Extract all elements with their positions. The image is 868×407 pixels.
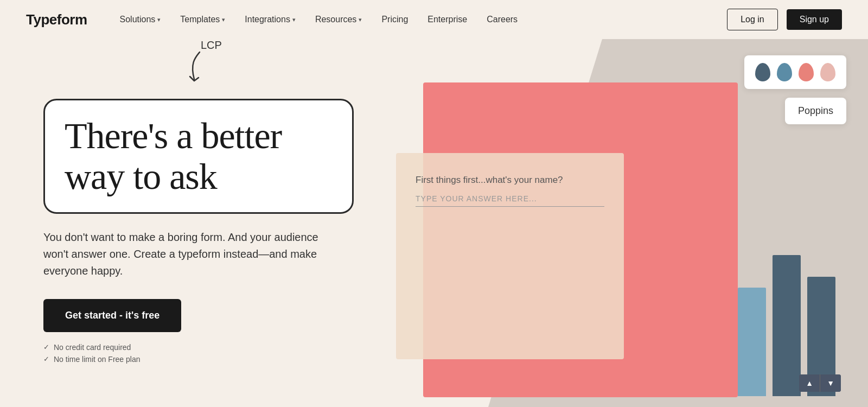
bar-1 — [738, 288, 766, 396]
nav-item-resources[interactable]: Resources ▾ — [315, 15, 362, 24]
chevron-down-icon: ▾ — [222, 16, 225, 23]
color-picker-panel[interactable] — [744, 55, 846, 89]
lcp-arrow-icon — [184, 49, 206, 82]
navbar: Typeform Solutions ▾ Templates ▾ Integra… — [0, 0, 868, 39]
nav-label-resources: Resources — [315, 15, 356, 24]
chevron-down-icon: ▾ — [157, 16, 161, 23]
trust-item-label: No time limit on Free plan — [54, 355, 141, 364]
hero-subheadline: You don't want to make a boring form. An… — [43, 229, 326, 279]
headline-box: There's a better way to ask — [43, 99, 354, 214]
color-swatch-medium-blue[interactable] — [777, 63, 792, 81]
trust-item-label: No credit card required — [54, 343, 131, 352]
nav-links: Solutions ▾ Templates ▾ Integrations ▾ R… — [120, 15, 727, 24]
checkmark-icon: ✓ — [43, 355, 49, 363]
form-question-text: First things first...what's your name? — [416, 175, 604, 186]
nav-label-pricing: Pricing — [381, 15, 408, 24]
nav-item-careers[interactable]: Careers — [487, 15, 518, 24]
checkmark-icon: ✓ — [43, 343, 49, 351]
nav-label-careers: Careers — [487, 15, 518, 24]
bar-chart — [738, 233, 846, 396]
hero-left: LCP There's a better way to ask You don'… — [0, 39, 380, 407]
trust-items: ✓ No credit card required ✓ No time limi… — [43, 343, 354, 364]
nav-label-solutions: Solutions — [120, 15, 156, 24]
cta-button[interactable]: Get started - it's free — [43, 299, 181, 332]
trust-item: ✓ No time limit on Free plan — [43, 355, 354, 364]
chevron-down-icon: ▾ — [359, 16, 362, 23]
nav-label-enterprise: Enterprise — [427, 15, 467, 24]
color-swatch-dark-blue[interactable] — [755, 63, 770, 81]
form-preview-card: First things first...what's your name? T… — [396, 153, 624, 359]
nav-item-pricing[interactable]: Pricing — [381, 15, 408, 24]
nav-item-enterprise[interactable]: Enterprise — [427, 15, 467, 24]
login-button[interactable]: Log in — [727, 9, 778, 30]
logo[interactable]: Typeform — [26, 11, 87, 28]
color-swatch-light-pink[interactable] — [820, 63, 835, 81]
hero-right: First things first...what's your name? T… — [380, 39, 868, 407]
nav-label-integrations: Integrations — [245, 15, 290, 24]
form-input-placeholder: TYPE YOUR ANSWER HERE... — [416, 194, 604, 207]
bar-2 — [773, 255, 801, 396]
prev-arrow-button[interactable]: ▲ — [799, 374, 820, 392]
trust-item: ✓ No credit card required — [43, 343, 354, 352]
signup-button[interactable]: Sign up — [787, 9, 842, 30]
hero-headline: There's a better way to ask — [65, 116, 333, 197]
nav-item-solutions[interactable]: Solutions ▾ — [120, 15, 161, 24]
chevron-down-icon: ▾ — [292, 16, 296, 23]
navigation-arrows: ▲ ▼ — [799, 374, 841, 392]
nav-item-integrations[interactable]: Integrations ▾ — [245, 15, 296, 24]
nav-item-templates[interactable]: Templates ▾ — [180, 15, 225, 24]
font-picker-panel[interactable]: Poppins — [785, 98, 846, 124]
nav-label-templates: Templates — [180, 15, 220, 24]
font-name-label: Poppins — [798, 105, 833, 116]
lcp-annotation: LCP — [184, 39, 222, 82]
next-arrow-button[interactable]: ▼ — [820, 374, 841, 392]
nav-actions: Log in Sign up — [727, 9, 842, 30]
color-swatch-coral[interactable] — [799, 63, 814, 81]
hero-section: LCP There's a better way to ask You don'… — [0, 39, 868, 407]
